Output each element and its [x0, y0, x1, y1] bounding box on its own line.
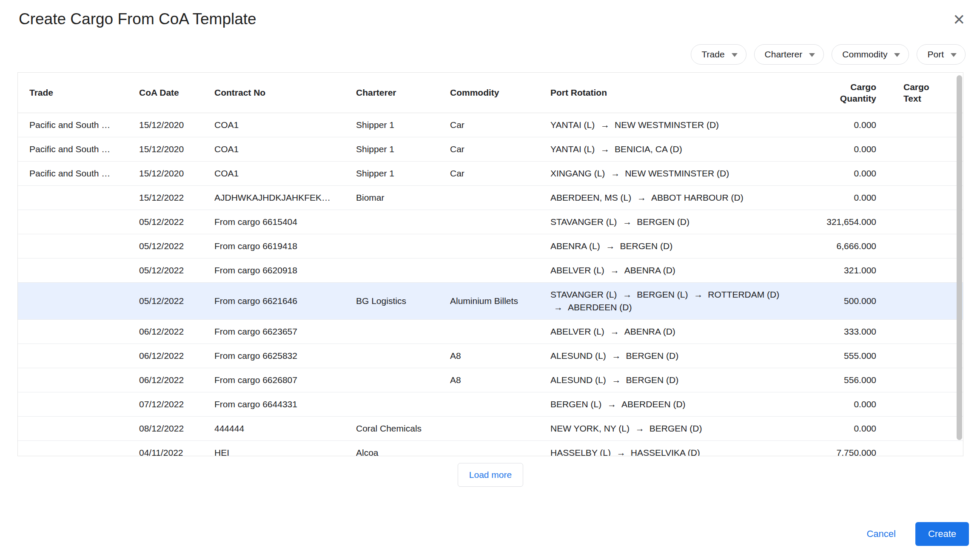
column-header-line: Cargo [818, 81, 876, 93]
port-rotation-segment: →ABENRA (D) [607, 327, 675, 336]
table-row[interactable]: 05/12/2022From cargo 6615404STAVANGER (L… [18, 210, 963, 234]
table-row[interactable]: 05/12/2022From cargo 6620918ABELVER (L) … [18, 258, 963, 283]
cell-cargo-quantity: 321,654.000 [818, 210, 876, 234]
cell-cargo-text [903, 447, 963, 456]
cell-contract-no: From cargo 6620918 [214, 258, 356, 282]
cell-port-rotation: HASSELBY (L) →HASSELVIKA (D) [550, 441, 818, 456]
table-body: Pacific and South …15/12/2020COA1Shipper… [18, 113, 963, 456]
cell-cargo-quantity: 0.000 [818, 162, 876, 185]
table-row[interactable]: 05/12/2022From cargo 6621646BG Logistics… [18, 283, 963, 320]
cell-coa-date: 04/11/2022 [139, 441, 214, 456]
port-rotation-segment: →ABBOT HARBOUR (D) [634, 193, 744, 202]
filter-commodity-dropdown[interactable]: Commodity [832, 44, 909, 65]
port-name: ABBOT HARBOUR (D) [651, 193, 744, 202]
cancel-button[interactable]: Cancel [866, 528, 895, 540]
cell-charterer [356, 375, 450, 386]
cell-coa-date: 08/12/2022 [139, 417, 214, 440]
cell-coa-date: 05/12/2022 [139, 210, 214, 234]
cell-port-rotation: BERGEN (L) →ABERDEEN (D) [550, 392, 818, 416]
cell-cargo-text [903, 423, 963, 434]
port-rotation-segment: →BERGEN (D) [609, 375, 679, 385]
cell-charterer: Biomar [356, 186, 450, 210]
port-name: ROTTERDAM (D) [708, 290, 779, 299]
cell-contract-no: COA1 [214, 137, 356, 161]
column-header-cargo-quantity: Cargo Quantity [818, 81, 876, 104]
table-row[interactable]: 04/11/2022HEIAlcoaHASSELBY (L) →HASSELVI… [18, 441, 963, 456]
table-row[interactable]: Pacific and South …15/12/2020COA1Shipper… [18, 137, 963, 162]
filter-port-dropdown[interactable]: Port [917, 44, 966, 65]
cell-coa-date: 05/12/2022 [139, 258, 214, 282]
table-row[interactable]: Pacific and South …15/12/2020COA1Shipper… [18, 113, 963, 137]
cell-contract-no: From cargo 6623657 [214, 320, 356, 344]
table-row[interactable]: 06/12/2022From cargo 6625832A8ALESUND (L… [18, 344, 963, 368]
cell-cargo-text [903, 241, 963, 252]
arrow-right-icon: → [611, 168, 620, 178]
port-name: BERGEN (D) [626, 375, 679, 385]
table-row[interactable]: 07/12/2022From cargo 6644331BERGEN (L) →… [18, 392, 963, 417]
scrollbar-thumb[interactable] [957, 75, 962, 440]
port-rotation-segment: ALESUND (L) [550, 351, 606, 361]
arrow-right-icon: → [623, 217, 632, 227]
cell-cargo-text [903, 216, 963, 227]
cell-cargo-quantity: 0.000 [818, 137, 876, 161]
port-rotation-segment: →HASSELVIKA (D) [613, 448, 700, 456]
cell-commodity: Car [450, 162, 550, 185]
table-row[interactable]: 06/12/2022From cargo 6623657ABELVER (L) … [18, 320, 963, 344]
port-rotation-segment: →BERGEN (D) [609, 351, 679, 361]
cell-cargo-quantity: 7,750.000 [818, 441, 876, 456]
cell-commodity [450, 423, 550, 434]
cell-coa-date: 07/12/2022 [139, 392, 214, 416]
filter-charterer-dropdown[interactable]: Charterer [754, 44, 824, 65]
table-row[interactable]: 15/12/2022AJDHWKAJHDKJAHKFEK…BiomarABERD… [18, 186, 963, 210]
cell-commodity [450, 241, 550, 252]
filter-trade-dropdown[interactable]: Trade [691, 44, 746, 65]
port-name: ABERDEEN (D) [621, 399, 686, 409]
port-rotation-segment: →BERGEN (L) [619, 290, 688, 299]
column-header-line: Quantity [818, 93, 876, 104]
port-rotation-segment: BERGEN (L) [550, 399, 601, 409]
table-row[interactable]: 05/12/2022From cargo 6619418ABENRA (L) →… [18, 234, 963, 258]
column-header-charterer: Charterer [356, 88, 450, 98]
load-more-row: Load more [17, 463, 963, 487]
port-name: ABERDEEN, MS (L) [550, 193, 631, 202]
cell-trade: Pacific and South … [29, 137, 139, 161]
cell-trade [29, 216, 139, 227]
cell-trade: Pacific and South … [29, 162, 139, 185]
cell-commodity [450, 265, 550, 276]
table-row[interactable]: Pacific and South …15/12/2020COA1Shipper… [18, 162, 963, 186]
arrow-right-icon: → [601, 144, 610, 154]
port-name: XINGANG (L) [550, 168, 605, 178]
port-rotation-segment: →BERGEN (D) [632, 423, 702, 433]
cell-contract-no: From cargo 6615404 [214, 210, 356, 234]
cell-trade [29, 192, 139, 203]
port-rotation-segment: →BENICIA, CA (D) [597, 144, 682, 154]
cell-cargo-quantity: 333.000 [818, 320, 876, 344]
cell-trade [29, 399, 139, 410]
column-header-port-rotation: Port Rotation [550, 88, 818, 98]
cell-port-rotation: YANTAI (L) →NEW WESTMINSTER (D) [550, 113, 818, 137]
cell-port-rotation: ABELVER (L) →ABENRA (D) [550, 258, 818, 282]
table-row[interactable]: 08/12/2022444444Coral ChemicalsNEW YORK,… [18, 417, 963, 441]
cell-cargo-text [903, 168, 963, 179]
arrow-right-icon: → [623, 290, 632, 299]
cell-coa-date: 06/12/2022 [139, 320, 214, 344]
cell-charterer [356, 265, 450, 276]
load-more-button[interactable]: Load more [458, 463, 523, 487]
create-button[interactable]: Create [915, 522, 969, 546]
port-name: YANTAI (L) [550, 144, 595, 154]
close-icon[interactable]: × [952, 9, 966, 29]
cell-commodity [450, 192, 550, 203]
port-name: NEW YORK, NY (L) [550, 423, 630, 433]
cell-commodity: Car [450, 113, 550, 137]
cell-charterer: Shipper 1 [356, 137, 450, 161]
cell-commodity [450, 447, 550, 456]
cell-charterer [356, 241, 450, 252]
cell-port-rotation: ALESUND (L) →BERGEN (D) [550, 344, 818, 368]
table-row[interactable]: 06/12/2022From cargo 6626807A8ALESUND (L… [18, 368, 963, 392]
cell-port-rotation: STAVANGER (L) →BERGEN (D) [550, 210, 818, 234]
cell-trade [29, 326, 139, 337]
port-name: STAVANGER (L) [550, 217, 617, 227]
cell-coa-date: 15/12/2022 [139, 186, 214, 210]
cell-cargo-text [903, 119, 963, 131]
cell-cargo-quantity: 0.000 [818, 392, 876, 416]
